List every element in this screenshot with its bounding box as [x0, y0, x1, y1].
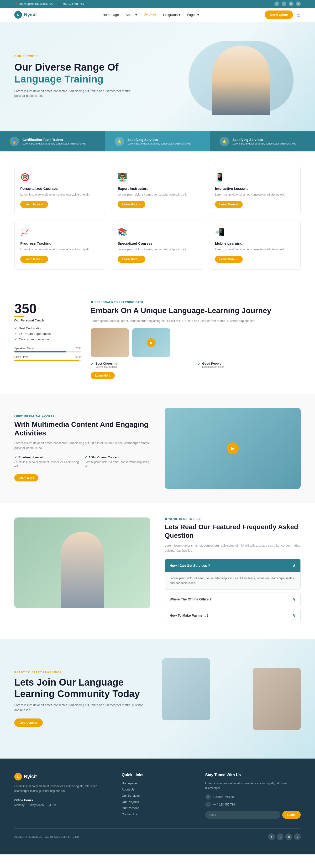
newsletter-input[interactable] — [205, 811, 280, 819]
mm-play-button[interactable]: ▶ — [227, 442, 239, 454]
play-button[interactable]: ▶ — [147, 338, 155, 347]
nav-services[interactable]: Services — [144, 12, 156, 17]
pinterest-icon[interactable]: p — [296, 1, 301, 6]
mm-title: With Multimedia Content And Engaging Act… — [14, 420, 150, 437]
nav-programs[interactable]: Programs ▾ — [163, 13, 180, 17]
service-text-4: Lorem ipsum dolor sit amet, consectetur … — [118, 247, 197, 252]
hero-content: OUR SERVICES Our Diverse Range Of Langua… — [14, 55, 134, 98]
linkedin-icon[interactable]: in — [289, 1, 293, 6]
nav-homepage[interactable]: Homepage — [103, 13, 119, 17]
footer-logo-icon: N — [14, 773, 22, 780]
faq-tag: WE'RE HERE TO HELP — [165, 518, 301, 520]
lj-features: ✓ Best Choosing Lorem ipsum dolor ✓ Good… — [91, 362, 301, 368]
chevron-down-icon: ▾ — [197, 13, 199, 17]
lj-text: Lorem ipsum dolor sit amet, consectetur … — [91, 318, 301, 323]
nav-right: Get A Quote ☰ — [265, 10, 301, 19]
footer-grid: N Nyicit Lorem ipsum dolor sit amet, con… — [14, 773, 301, 819]
accordion-icon-0: ∧ — [292, 563, 296, 568]
lj-title: Embark On A Unique Language-Learning Jou… — [91, 306, 301, 315]
cta-section: READY TO START LEARNING? Lets Join Our L… — [0, 639, 315, 758]
service-btn-0[interactable]: Learn More → — [20, 201, 48, 208]
hero-subtitle: OUR SERVICES — [14, 55, 134, 58]
copyright-text: ALLRIGHT RESERVED - LIGHTHOME TEMPLATE K… — [14, 835, 79, 838]
nav-about[interactable]: About ▾ — [125, 13, 137, 17]
footer: N Nyicit Lorem ipsum dolor sit amet, con… — [0, 758, 315, 855]
footer-link-0[interactable]: Homepage — [122, 781, 193, 785]
service-text-5: Lorem ipsum dolor sit amet, consectetur … — [215, 247, 295, 252]
stat-item-0: 🏅 Certification Team Trainer Lorem ipsum… — [0, 131, 105, 151]
lj-feature-1: ✓ Good People Lorem ipsum dolor — [197, 362, 301, 368]
service-card-0: 🎯 Personalized Courses Lorem ipsum dolor… — [14, 166, 106, 215]
location-icon: 📍 — [14, 2, 18, 5]
lj-tag: PERSONALIZED LEARNING PATH — [91, 301, 301, 304]
stat-title-0: Certification Team Trainer — [23, 138, 86, 142]
call-icon: 📞 — [205, 802, 211, 807]
accordion-header-0[interactable]: How I Can Get Services ? ∧ — [165, 559, 300, 572]
accordion-item-2: How To Make Payment ? ∨ — [165, 609, 301, 622]
hero-text: Lorem ipsum dolor sit amet, consectetur … — [14, 89, 134, 99]
lj-check-0: ✓ — [91, 362, 93, 366]
newsletter-submit-button[interactable]: Submit — [282, 811, 301, 819]
logo-icon: N — [14, 11, 22, 19]
footer-office: Office Hours Monday – Friday 08 AM – 04 … — [14, 798, 110, 807]
service-card-4: 📚 Specialized Courses Lorem ipsum dolor … — [112, 221, 203, 270]
cta-button[interactable]: Get A Quote — [265, 10, 293, 19]
accordion-header-2[interactable]: How To Make Payment ? ∨ — [165, 609, 300, 622]
accordion-body-0: Lorem ipsum dolor sit amet, consectetur … — [165, 572, 300, 589]
nav-pages[interactable]: Pages ▾ — [187, 13, 199, 17]
cta-text: Lorem ipsum dolor sit amet, consectetur … — [14, 703, 153, 713]
check-list: Best Certification15+ Years ExperiencesG… — [14, 326, 81, 342]
footer-social-text: Lorem ipsum dolor sit amet, consectetur … — [205, 781, 301, 791]
logo[interactable]: N Nyicit — [14, 11, 37, 19]
progress-fill-0 — [14, 351, 66, 352]
footer-links-title: Quick Links — [122, 773, 193, 777]
counter-value: 350° — [14, 301, 81, 316]
logo-text: Nyicit — [24, 12, 37, 18]
learn-more-button[interactable]: Learn More — [91, 372, 115, 379]
accordion-icon-2: ∨ — [292, 613, 296, 618]
service-btn-3[interactable]: Learn More → — [20, 256, 48, 263]
stat-icon-2: ⭐ — [220, 137, 229, 146]
accordion-header-1[interactable]: Where The Offline Office ? ∨ — [165, 593, 300, 606]
footer-link-5[interactable]: Contact Us — [122, 812, 193, 816]
service-btn-4[interactable]: Learn More → — [118, 256, 145, 263]
cta-cta-button[interactable]: Get A Quote — [14, 718, 43, 727]
phone-icon: 📞 — [58, 2, 62, 5]
facebook-icon[interactable]: f — [275, 1, 279, 6]
stats-bar: 🏅 Certification Team Trainer Lorem ipsum… — [0, 131, 315, 151]
service-btn-2[interactable]: Learn More → — [215, 201, 243, 208]
footer-newsletter: Submit — [205, 811, 301, 819]
service-btn-1[interactable]: Learn More → — [118, 201, 145, 208]
footer-link-4[interactable]: Our Portfolio — [122, 806, 193, 810]
faq-dot — [165, 518, 167, 520]
footer-links-list: HomepageAbout UsOur ServicesOur Projects… — [122, 781, 193, 816]
stat-content-1: Satisfying Services Lorem ipsum dolor si… — [127, 138, 191, 145]
mm-image: ▶ — [165, 408, 301, 489]
footer-twitter-icon[interactable]: t — [277, 833, 284, 840]
lj-dot — [91, 301, 93, 303]
footer-facebook-icon[interactable]: f — [268, 833, 275, 840]
footer-pinterest-icon[interactable]: p — [294, 833, 301, 840]
footer-link-2[interactable]: Our Services — [122, 793, 193, 798]
footer-link-3[interactable]: Our Projects — [122, 800, 193, 804]
footer-linkedin-icon[interactable]: in — [285, 833, 292, 840]
twitter-icon[interactable]: t — [282, 1, 286, 6]
progress-fill-1 — [14, 360, 79, 361]
service-card-2: 📱 Interactive Lessons Lorem ipsum dolor … — [209, 166, 301, 215]
lj-image-1 — [91, 328, 129, 357]
topbar: 📍 Los Angeles US Block ABC 📞 +62 123 456… — [0, 0, 315, 8]
mm-learn-more-button[interactable]: Learn More — [14, 474, 38, 482]
chevron-down-icon: ▾ — [178, 13, 180, 17]
cta-image-2 — [253, 668, 301, 730]
lj-video: ▶ — [132, 328, 170, 357]
accordion: How I Can Get Services ? ∧ Lorem ipsum d… — [165, 559, 301, 622]
lj-feature-text-0: Best Choosing Lorem ipsum dolor — [95, 362, 117, 368]
service-btn-5[interactable]: Learn More → — [215, 256, 243, 263]
counter-divider — [14, 316, 24, 317]
faq-image — [14, 518, 150, 608]
mm-features: Roadmap Learning Lorem ipsum dolor sit a… — [14, 456, 150, 469]
lj-feature-0: ✓ Best Choosing Lorem ipsum dolor — [91, 362, 194, 368]
hamburger-icon[interactable]: ☰ — [296, 12, 301, 18]
service-text-1: Lorem ipsum dolor sit amet, consectetur … — [118, 192, 197, 197]
footer-link-1[interactable]: About Us — [122, 787, 193, 792]
